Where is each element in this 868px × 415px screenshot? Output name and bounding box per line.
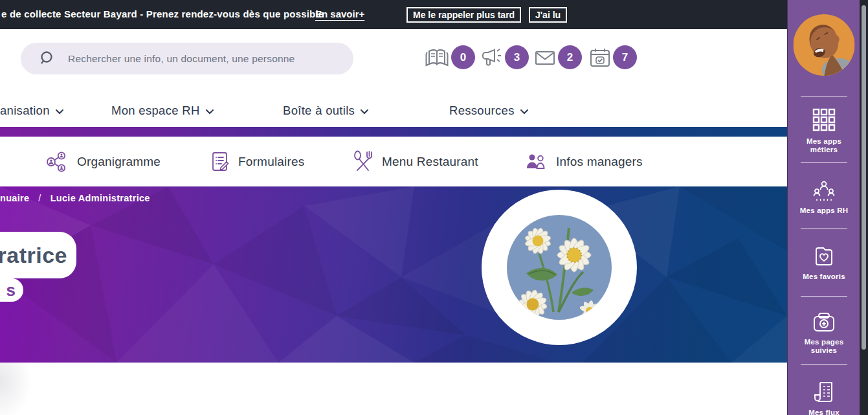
people-tree-icon [812, 180, 836, 202]
announcement-text: e de collecte Secteur Bayard - Prenez re… [1, 8, 324, 19]
main-nav: anisation Mon espace RH Boîte à outils R… [0, 94, 787, 127]
sidebar-item-mes-favoris[interactable]: Mes favoris [788, 245, 860, 281]
mail-icon [533, 47, 557, 69]
search-input[interactable] [68, 53, 340, 65]
learn-more-link[interactable]: En savoir+ [315, 8, 364, 19]
search-bar[interactable] [21, 43, 353, 74]
quicklink-menu-restaurant[interactable]: Menu Restaurant [351, 137, 478, 186]
mark-read-button[interactable]: J'ai lu [529, 7, 567, 23]
scrollbar-track [860, 0, 868, 415]
profile-subtitle-fragment: s [6, 280, 16, 300]
sidebar-item-mes-flux[interactable]: Mes flux [788, 379, 860, 415]
notif-announcements[interactable]: 3 [480, 45, 529, 69]
nav-item-mon-espace-rh[interactable]: Mon espace RH [111, 94, 214, 127]
chevron-down-icon [55, 109, 64, 115]
sidebar-item-mes-apps-metiers[interactable]: Mes apps métiers [788, 107, 860, 154]
nav-item-organisation[interactable]: anisation [0, 94, 64, 127]
profile-subtitle-box: s [0, 278, 23, 302]
calendar-icon [588, 46, 612, 69]
chevron-down-icon [205, 109, 214, 115]
quicklink-organigramme[interactable]: Organigramme [45, 137, 161, 186]
announcements-count-badge: 3 [505, 45, 529, 69]
sidebar-item-mes-apps-rh[interactable]: Mes apps RH [788, 180, 860, 215]
header: 0 3 2 7 [0, 29, 787, 94]
sidebar-divider [801, 296, 847, 297]
apps-grid-icon [811, 107, 837, 133]
restaurant-icon [351, 150, 373, 174]
profile-name-fragment: ratrice [0, 243, 67, 268]
breadcrumb: nuaire / Lucie Administratrice [0, 193, 150, 203]
quick-links-bar: Organigramme Formulaires Menu Restaurant… [0, 137, 787, 186]
form-icon [210, 151, 230, 173]
folder-heart-icon [812, 245, 836, 268]
sidebar-divider [801, 96, 847, 96]
breadcrumb-current: Lucie Administratrice [50, 193, 150, 203]
notif-messages[interactable]: 2 [533, 45, 582, 69]
profile-hero-banner: nuaire / Lucie Administratrice ratrice s [0, 186, 787, 363]
newspaper-icon [812, 379, 836, 404]
notif-news[interactable]: 0 [424, 45, 475, 69]
user-avatar[interactable] [793, 14, 854, 76]
quicklink-formulaires[interactable]: Formulaires [210, 137, 305, 186]
news-count-badge: 0 [451, 45, 475, 69]
managers-icon [524, 151, 548, 172]
daisies-photo [507, 215, 612, 320]
nav-item-boite-a-outils[interactable]: Boîte à outils [283, 94, 369, 127]
sidebar-divider [801, 229, 847, 229]
chevron-down-icon [520, 109, 529, 115]
nav-item-ressources[interactable]: Ressources [449, 94, 529, 127]
apps-sidebar: Mes apps métiers Mes apps RH Mes favoris… [787, 0, 860, 415]
breadcrumb-separator: / [38, 193, 41, 203]
sidebar-item-mes-pages-suivies[interactable]: Mes pages suivies [788, 311, 860, 355]
quicklink-infos-managers[interactable]: Infos managers [524, 137, 643, 186]
bag-plus-icon [812, 311, 836, 333]
scrollbar-thumb[interactable] [862, 5, 866, 350]
announcement-bar: e de collecte Secteur Bayard - Prenez re… [0, 0, 787, 29]
sidebar-divider [801, 364, 847, 365]
profile-photo-ring [482, 190, 637, 345]
messages-count-badge: 2 [558, 45, 582, 69]
orgchart-icon [45, 151, 69, 173]
lowpoly-texture [0, 186, 787, 363]
breadcrumb-parent[interactable]: nuaire [0, 193, 29, 203]
search-icon [39, 50, 56, 67]
profile-photo [507, 215, 612, 320]
notif-events[interactable]: 7 [588, 45, 637, 69]
avatar-photo [793, 14, 854, 76]
megaphone-icon [480, 46, 504, 69]
card-shadow [0, 363, 58, 415]
page-body [0, 363, 787, 415]
accent-gradient-bar [0, 127, 787, 137]
events-count-badge: 7 [613, 45, 637, 69]
profile-name-box: ratrice [0, 232, 76, 278]
chevron-down-icon [360, 109, 369, 115]
remind-later-button[interactable]: Me le rappeler plus tard [406, 7, 521, 23]
news-icon [424, 47, 450, 69]
sidebar-divider [801, 163, 847, 163]
